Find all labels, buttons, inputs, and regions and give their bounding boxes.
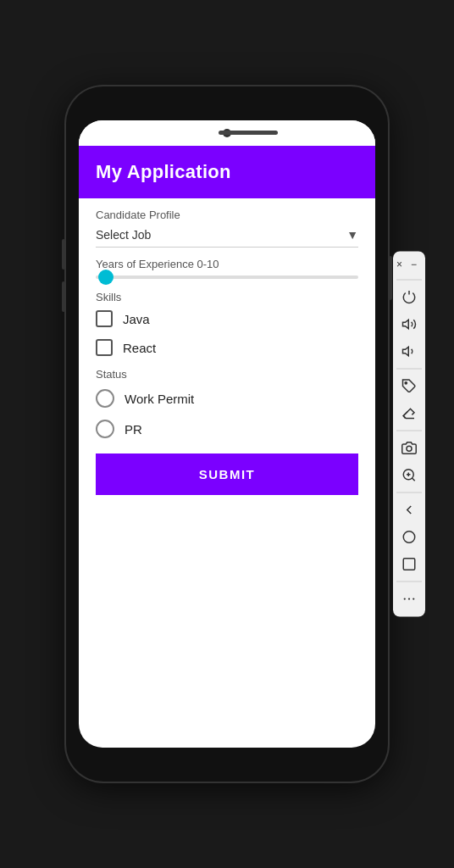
svg-marker-0 (403, 320, 409, 329)
phone-screen: My Application Candidate Profile Select … (79, 120, 375, 748)
radio-pr-label: PR (125, 422, 142, 437)
svg-point-11 (408, 598, 410, 599)
svg-point-12 (412, 598, 414, 599)
toolbar-divider-2 (396, 431, 422, 431)
submit-button[interactable]: SUBMIT (96, 453, 358, 495)
slider-section: Years of Experience 0-10 (96, 258, 358, 279)
checkbox-java-row[interactable]: Java (96, 310, 358, 327)
volume-up-button[interactable] (62, 239, 65, 270)
radio-work-permit[interactable] (96, 389, 114, 408)
checkbox-react[interactable] (96, 339, 113, 356)
dropdown-arrow-icon[interactable]: ▼ (346, 228, 358, 242)
volume-low-icon[interactable] (396, 339, 422, 364)
eraser-icon[interactable] (396, 401, 422, 426)
power-icon[interactable] (396, 285, 422, 310)
status-label: Status (96, 368, 358, 381)
toolbar-divider-1 (396, 369, 422, 370)
toolbar-minimize-button[interactable]: − (409, 259, 418, 270)
svg-marker-1 (403, 347, 409, 356)
select-job-row[interactable]: Select Job ▼ (96, 223, 358, 248)
home-icon[interactable] (396, 525, 422, 550)
back-icon[interactable] (396, 498, 422, 523)
candidate-profile-label: Candidate Profile (96, 209, 358, 221)
phone-frame: My Application Candidate Profile Select … (66, 86, 388, 782)
recents-icon[interactable] (396, 552, 422, 577)
more-options-icon[interactable] (396, 587, 422, 612)
radio-pr[interactable] (96, 420, 114, 438)
checkbox-java[interactable] (96, 310, 113, 327)
slider-track[interactable] (96, 275, 358, 279)
zoom-icon[interactable] (396, 463, 422, 488)
radio-work-permit-row[interactable]: Work Permit (96, 389, 358, 408)
volume-high-icon[interactable] (396, 312, 422, 337)
app-header: My Application (79, 146, 375, 198)
form-area: Candidate Profile Select Job ▼ Years of … (79, 198, 375, 495)
svg-rect-9 (403, 559, 415, 570)
toolbar-divider-3 (396, 492, 422, 493)
svg-point-3 (407, 446, 412, 451)
speaker (219, 131, 278, 135)
tag-icon[interactable] (396, 374, 422, 399)
radio-work-permit-label: Work Permit (125, 392, 194, 406)
app-title: My Application (96, 161, 231, 182)
toolbar-close-button[interactable]: × (395, 259, 404, 270)
toolbar-controls: × − (396, 257, 422, 275)
side-toolbar: × − (393, 252, 425, 617)
svg-line-5 (412, 478, 414, 481)
slider-thumb[interactable] (98, 270, 114, 285)
power-button[interactable] (389, 256, 392, 300)
notch-bar (79, 120, 375, 146)
years-experience-label: Years of Experience 0-10 (96, 258, 358, 270)
toolbar-divider-4 (396, 581, 422, 582)
toolbar-divider-top (396, 280, 422, 281)
checkbox-react-label: React (123, 341, 156, 355)
radio-pr-row[interactable]: PR (96, 420, 358, 438)
svg-point-2 (405, 382, 407, 384)
svg-point-8 (403, 531, 415, 543)
svg-point-10 (404, 598, 406, 599)
camera-icon[interactable] (396, 436, 422, 461)
checkbox-react-row[interactable]: React (96, 339, 358, 356)
select-job-label: Select Job (96, 228, 346, 242)
checkbox-java-label: Java (123, 312, 150, 326)
skills-label: Skills (96, 291, 358, 303)
volume-down-button[interactable] (62, 281, 65, 312)
